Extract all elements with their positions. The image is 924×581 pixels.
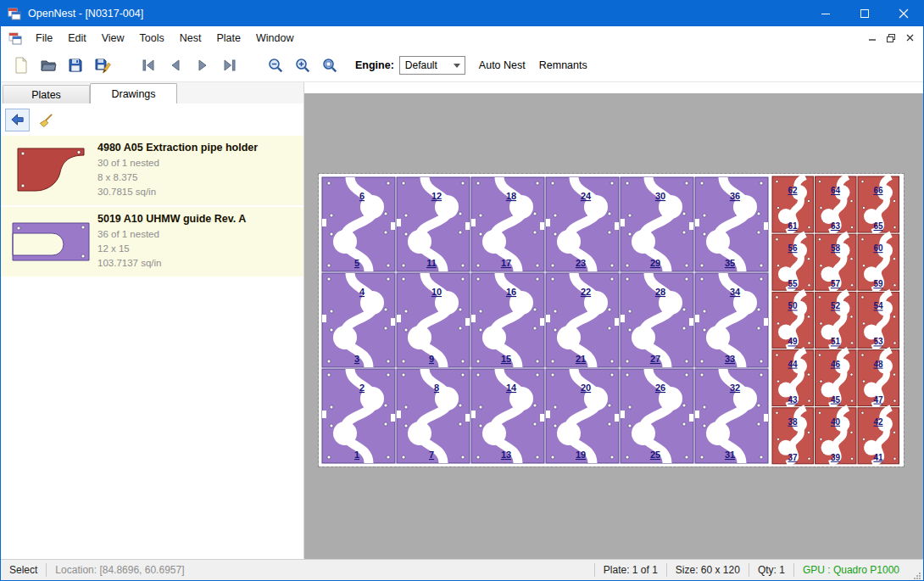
status-plate: Plate: 1 of 1 — [595, 560, 666, 580]
remnants-button[interactable]: Remnants — [539, 59, 587, 71]
go-last-icon[interactable] — [217, 53, 242, 78]
menu-window[interactable]: Window — [248, 28, 301, 48]
part-number: 53 — [873, 337, 883, 346]
app-icon — [8, 7, 21, 20]
drawing-thumbnail-red — [4, 142, 97, 199]
nest-canvas[interactable]: 6512111817242330293635431091615222128273… — [304, 93, 923, 559]
nest-plate[interactable]: 6512111817242330293635431091615222128273… — [319, 174, 904, 466]
mdi-window-controls — [863, 30, 919, 47]
part-number: 64 — [831, 186, 841, 195]
zoom-in-icon[interactable] — [290, 53, 315, 78]
status-size: Size: 60 x 120 — [667, 560, 749, 580]
part-number: 15 — [501, 354, 511, 364]
part-number: 46 — [831, 360, 841, 369]
app-window: OpenNest - [N0317-004] File Edit View To… — [0, 0, 924, 581]
save-icon[interactable] — [63, 53, 88, 78]
engine-select[interactable]: Default — [399, 56, 465, 75]
part-number: 12 — [431, 191, 442, 201]
tab-plates[interactable]: Plates — [3, 85, 90, 103]
drawing-item-uhmw-guide[interactable]: 5019 A10 UHMW guide Rev. A 36 of 1 neste… — [1, 207, 303, 278]
part-number: 59 — [873, 279, 883, 288]
resize-grip[interactable] — [908, 558, 923, 581]
open-folder-icon[interactable] — [36, 53, 61, 78]
part-number: 28 — [655, 287, 665, 297]
menu-plate[interactable]: Plate — [209, 28, 248, 48]
drawings-toolbar — [1, 103, 303, 136]
menu-view[interactable]: View — [94, 28, 132, 48]
zoom-out-icon[interactable] — [263, 53, 288, 78]
part-number: 18 — [506, 191, 516, 201]
part-number: 22 — [581, 287, 591, 297]
part-number: 43 — [788, 395, 798, 405]
save-as-icon[interactable] — [90, 53, 115, 78]
tab-strip: Plates Drawings — [1, 82, 303, 103]
part-number: 24 — [581, 191, 592, 201]
go-first-icon[interactable] — [136, 53, 161, 78]
minimize-icon[interactable] — [806, 1, 845, 26]
clear-broom-icon[interactable] — [34, 109, 58, 131]
drawing-list: 4980 A05 Extraction pipe holder 30 of 1 … — [1, 136, 303, 278]
nest-svg[interactable]: 6512111817242330293635431091615222128273… — [319, 174, 904, 466]
close-icon[interactable] — [884, 1, 923, 26]
part-number: 33 — [725, 354, 735, 364]
window-title: OpenNest - [N0317-004] — [28, 8, 143, 20]
part-number: 39 — [831, 453, 841, 462]
drawing-thumbnail-purple — [4, 213, 97, 271]
part-number: 54 — [873, 301, 883, 310]
part-number: 52 — [831, 301, 841, 310]
tab-drawings[interactable]: Drawings — [90, 83, 177, 103]
part-number: 47 — [873, 395, 883, 405]
status-mode: Select — [1, 560, 46, 580]
go-next-icon[interactable] — [190, 53, 215, 78]
part-number: 41 — [873, 453, 883, 462]
part-number: 17 — [501, 258, 511, 268]
engine-label: Engine: — [355, 59, 394, 71]
part-number: 50 — [788, 301, 798, 310]
drawing-nested-count: 30 of 1 nested — [97, 156, 258, 170]
import-back-arrow-icon[interactable] — [5, 109, 30, 131]
new-document-icon[interactable] — [8, 53, 34, 78]
part-number: 45 — [831, 395, 841, 405]
part-number: 14 — [506, 383, 517, 393]
menu-nest[interactable]: Nest — [172, 28, 209, 48]
drawing-size: 12 x 15 — [97, 242, 246, 256]
status-gpu: GPU : Quadro P1000 — [794, 560, 908, 580]
part-number: 16 — [506, 287, 516, 297]
part-number: 32 — [730, 383, 740, 393]
menu-file[interactable]: File — [28, 28, 60, 48]
drawing-title: 5019 A10 UHMW guide Rev. A — [97, 213, 246, 225]
part-number: 21 — [576, 354, 586, 364]
drawing-item-extraction-pipe-holder[interactable]: 4980 A05 Extraction pipe holder 30 of 1 … — [1, 136, 303, 207]
part-number: 25 — [650, 450, 660, 460]
drawing-area: 103.7137 sq/in — [97, 256, 246, 271]
mdi-minimize-icon[interactable] — [863, 30, 882, 47]
part-number: 61 — [788, 221, 798, 231]
drawing-title: 4980 A05 Extraction pipe holder — [97, 142, 258, 154]
part-number: 58 — [831, 243, 841, 253]
part-number: 9 — [429, 354, 434, 364]
menu-tools[interactable]: Tools — [132, 28, 172, 48]
dropdown-arrow-icon — [454, 64, 460, 68]
engine-selected-value: Default — [405, 59, 437, 71]
menubar: File Edit View Tools Nest Plate Window — [1, 26, 923, 49]
mdi-restore-icon[interactable] — [882, 30, 900, 47]
menu-edit[interactable]: Edit — [60, 28, 94, 48]
part-number: 44 — [788, 360, 798, 369]
part-number: 1 — [354, 450, 359, 460]
zoom-fit-icon[interactable] — [317, 53, 342, 78]
status-qty: Qty: 1 — [749, 560, 793, 580]
part-number: 49 — [788, 337, 798, 346]
mdi-close-icon[interactable] — [900, 30, 919, 47]
main-area: Plates Drawings — [1, 82, 923, 559]
maximize-icon[interactable] — [845, 1, 884, 26]
part-number: 23 — [576, 258, 586, 268]
titlebar: OpenNest - [N0317-004] — [1, 1, 923, 26]
part-number: 4 — [359, 287, 365, 297]
part-number: 65 — [873, 221, 883, 231]
auto-nest-button[interactable]: Auto Nest — [479, 59, 526, 71]
part-number: 55 — [788, 279, 798, 288]
go-previous-icon[interactable] — [163, 53, 188, 78]
part-number: 7 — [429, 450, 434, 460]
part-number: 27 — [650, 354, 660, 364]
drawing-nested-count: 36 of 1 nested — [97, 227, 246, 242]
